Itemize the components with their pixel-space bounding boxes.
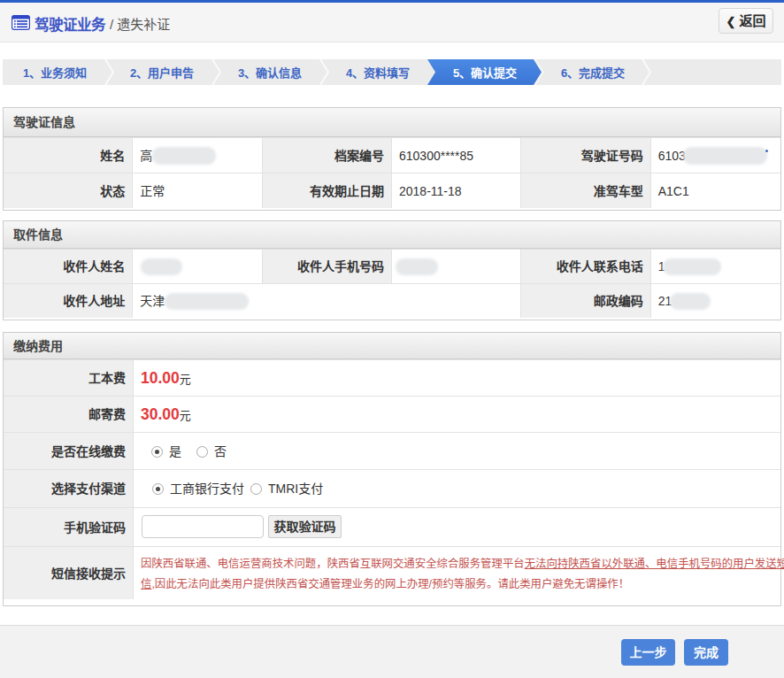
svg-text:4、资料填写: 4、资料填写 — [346, 66, 410, 80]
svg-text:1、业务须知: 1、业务须知 — [23, 66, 87, 80]
svg-text:3、确认信息: 3、确认信息 — [238, 66, 302, 80]
svg-text:2、用户申告: 2、用户申告 — [130, 66, 194, 80]
svg-text:5、确认提交: 5、确认提交 — [453, 66, 517, 80]
svg-text:6、完成提交: 6、完成提交 — [561, 66, 625, 80]
